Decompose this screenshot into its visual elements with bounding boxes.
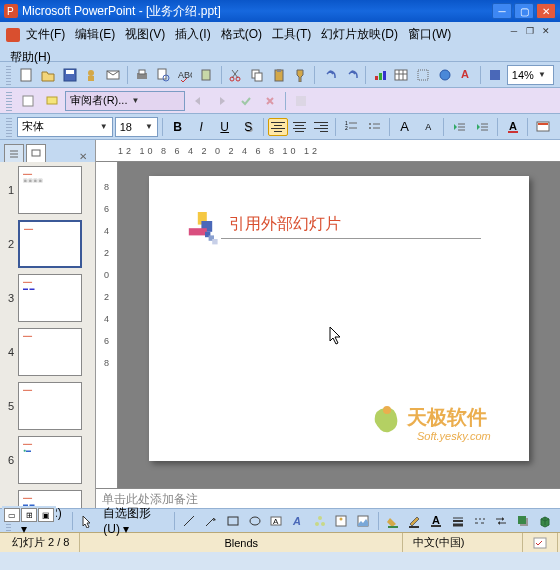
thumbnail-3[interactable]: ━━━▬ ▬ — [18, 274, 82, 322]
shadow-button[interactable]: S — [237, 116, 259, 138]
doc-close-button[interactable]: ✕ — [538, 24, 554, 38]
insert-hyperlink-button[interactable] — [435, 64, 455, 86]
menu-window[interactable]: 窗口(W) — [404, 24, 455, 45]
select-objects-button[interactable] — [78, 510, 97, 532]
reviewer-combo[interactable]: 审阅者(R)...▼ — [65, 91, 185, 111]
bold-button[interactable]: B — [167, 116, 189, 138]
line-color-button[interactable] — [405, 510, 424, 532]
sorter-view-button[interactable]: ⊞ — [21, 508, 37, 522]
cut-button[interactable] — [226, 64, 246, 86]
minimize-button[interactable]: ─ — [492, 3, 512, 19]
thumbnail-4[interactable]: ━━━ — [18, 328, 82, 376]
thumbnail-6[interactable]: ━━━●▬ — [18, 436, 82, 484]
shadow-style-button[interactable] — [514, 510, 533, 532]
save-button[interactable] — [60, 64, 80, 86]
3d-style-button[interactable] — [535, 510, 554, 532]
toolbar-grip[interactable] — [6, 91, 12, 111]
horizontal-ruler[interactable]: 12 10 8 6 4 2 0 2 4 6 8 10 12 — [96, 140, 560, 162]
arrow-style-button[interactable] — [492, 510, 511, 532]
dash-style-button[interactable] — [470, 510, 489, 532]
expand-button[interactable]: A — [457, 64, 477, 86]
status-spell-icon[interactable] — [523, 533, 558, 552]
normal-view-button[interactable]: ▭ — [4, 508, 20, 522]
research-button[interactable] — [197, 64, 217, 86]
clipart-button[interactable] — [332, 510, 351, 532]
end-review-button[interactable] — [290, 90, 312, 112]
menu-file[interactable]: 文件(F) — [22, 24, 69, 45]
thumbnail-2[interactable]: ━━━ — [18, 220, 82, 268]
email-button[interactable] — [103, 64, 123, 86]
numbering-button[interactable]: 12 — [340, 116, 362, 138]
toolbar-grip[interactable] — [6, 65, 11, 85]
increase-indent-button[interactable] — [471, 116, 493, 138]
outline-tab[interactable] — [4, 144, 24, 162]
doc-restore-button[interactable]: ❐ — [522, 24, 538, 38]
paste-button[interactable] — [269, 64, 289, 86]
show-formatting-button[interactable] — [485, 64, 505, 86]
print-button[interactable] — [132, 64, 152, 86]
prev-button[interactable] — [187, 90, 209, 112]
align-right-button[interactable] — [311, 118, 331, 136]
textbox-button[interactable]: A — [267, 510, 286, 532]
font-combo[interactable]: 宋体▼ — [17, 117, 113, 137]
fill-color-button[interactable] — [383, 510, 402, 532]
menu-tools[interactable]: 工具(T) — [268, 24, 315, 45]
slide-canvas[interactable]: 引用外部幻灯片 天极软件 Soft.yesky.com — [149, 176, 529, 461]
unapply-button[interactable] — [259, 90, 281, 112]
copy-button[interactable] — [247, 64, 267, 86]
design-button[interactable] — [532, 116, 554, 138]
slide-canvas-area[interactable]: 引用外部幻灯片 天极软件 Soft.yesky.com — [118, 162, 560, 488]
status-language[interactable]: 中文(中国) — [403, 533, 523, 552]
permission-button[interactable] — [81, 64, 101, 86]
insert-table-button[interactable] — [391, 64, 411, 86]
menu-slideshow[interactable]: 幻灯片放映(D) — [317, 24, 402, 45]
maximize-button[interactable]: ▢ — [514, 3, 534, 19]
print-preview-button[interactable] — [154, 64, 174, 86]
underline-button[interactable]: U — [214, 116, 236, 138]
spelling-button[interactable]: ABC — [175, 64, 195, 86]
decrease-font-button[interactable]: A — [417, 116, 439, 138]
line-style-button[interactable] — [448, 510, 467, 532]
increase-font-button[interactable]: A — [394, 116, 416, 138]
thumbnail-1[interactable]: ━━━▣▣▣▣ — [18, 166, 82, 214]
insert-chart-button[interactable] — [370, 64, 390, 86]
font-color-button[interactable]: A — [502, 116, 524, 138]
arrow-button[interactable] — [202, 510, 221, 532]
bullets-button[interactable] — [363, 116, 385, 138]
show-markup-button[interactable] — [17, 90, 39, 112]
thumbnail-5[interactable]: ━━━ — [18, 382, 82, 430]
slides-tab[interactable] — [26, 144, 46, 162]
picture-button[interactable] — [354, 510, 373, 532]
menu-edit[interactable]: 编辑(E) — [71, 24, 119, 45]
oval-button[interactable] — [245, 510, 264, 532]
open-button[interactable] — [38, 64, 58, 86]
next-button[interactable] — [211, 90, 233, 112]
align-center-button[interactable] — [290, 118, 310, 136]
toolbar-grip[interactable] — [6, 117, 12, 137]
wordart-button[interactable]: A — [289, 510, 308, 532]
diagram-button[interactable] — [310, 510, 329, 532]
format-painter-button[interactable] — [291, 64, 311, 86]
slideshow-view-button[interactable]: ▣ — [38, 508, 54, 522]
font-size-combo[interactable]: 18▼ — [115, 117, 158, 137]
align-left-button[interactable] — [268, 118, 288, 136]
slide-title[interactable]: 引用外部幻灯片 — [229, 214, 341, 235]
panel-close-button[interactable]: ✕ — [75, 151, 91, 162]
zoom-combo[interactable]: 14%▼ — [507, 65, 554, 85]
menu-format[interactable]: 格式(O) — [217, 24, 266, 45]
vertical-ruler[interactable]: 8 6 4 2 0 2 4 6 8 — [96, 162, 118, 488]
italic-button[interactable]: I — [190, 116, 212, 138]
comment-button[interactable] — [41, 90, 63, 112]
undo-button[interactable] — [319, 64, 339, 86]
decrease-indent-button[interactable] — [448, 116, 470, 138]
menu-view[interactable]: 视图(V) — [121, 24, 169, 45]
menu-insert[interactable]: 插入(I) — [171, 24, 214, 45]
new-button[interactable] — [16, 64, 36, 86]
line-button[interactable] — [180, 510, 199, 532]
apply-button[interactable] — [235, 90, 257, 112]
close-button[interactable]: ✕ — [536, 3, 556, 19]
doc-minimize-button[interactable]: ─ — [506, 24, 522, 38]
rectangle-button[interactable] — [223, 510, 242, 532]
thumbnails-list[interactable]: 1━━━▣▣▣▣ 2━━━ 3━━━▬ ▬ 4━━━ 5━━━ 6━━━●▬ 7… — [0, 162, 95, 508]
font-color-button[interactable]: A — [427, 510, 446, 532]
